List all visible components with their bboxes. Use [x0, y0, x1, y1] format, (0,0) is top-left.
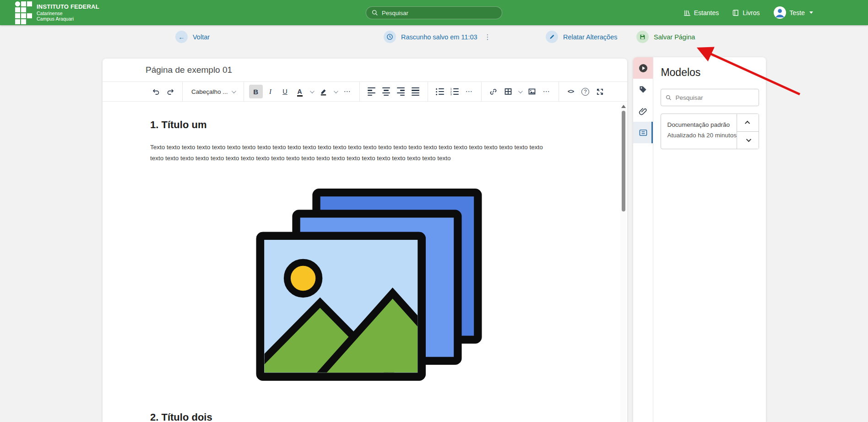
save-icon [636, 31, 649, 43]
book-icon [732, 9, 739, 16]
insert-image-icon[interactable] [525, 85, 539, 98]
toolbar-separator [359, 82, 360, 102]
template-name: Documentação padrão [667, 121, 737, 128]
template-list-item: Documentação padrão Atualizado há 20 min… [661, 114, 759, 149]
text-color-button[interactable]: A [293, 85, 307, 98]
highlight-color-dropdown[interactable] [331, 85, 340, 98]
logo-subtitle-1: Catarinense [37, 11, 99, 16]
undo-icon[interactable] [149, 85, 163, 98]
toolbar-separator [559, 82, 559, 102]
template-updated: Atualizado há 20 minutos [667, 132, 737, 139]
align-justify-icon[interactable] [409, 85, 423, 98]
scroll-up-arrow-icon[interactable] [621, 105, 626, 108]
italic-button[interactable]: I [264, 85, 277, 98]
user-menu[interactable]: Teste [774, 6, 813, 19]
sidebar-tab-media[interactable] [633, 57, 653, 79]
redo-icon[interactable] [163, 85, 177, 98]
app-header: INSTITUTO FEDERAL Catarinense Campus Ara… [0, 0, 868, 25]
chevron-down-icon [310, 89, 315, 93]
global-search [366, 6, 502, 19]
draft-options-kebab-icon[interactable]: ⋮ [483, 33, 493, 41]
source-code-icon[interactable]: <> [564, 85, 578, 98]
paperclip-icon [639, 107, 648, 116]
back-arrow-icon: ← [175, 31, 188, 43]
toolbar-separator [428, 82, 428, 102]
link-icon[interactable] [487, 85, 500, 98]
global-search-input[interactable] [382, 10, 487, 16]
table-icon[interactable] [501, 85, 515, 98]
more-list-options-icon[interactable]: ⋯ [462, 85, 476, 98]
fullscreen-icon[interactable] [593, 85, 607, 98]
chevron-down-icon [232, 89, 236, 93]
page-title-input[interactable] [146, 65, 558, 75]
template-info[interactable]: Documentação padrão Atualizado há 20 min… [661, 114, 737, 149]
nav-books[interactable]: Livros [732, 9, 760, 16]
bold-button[interactable]: B [249, 85, 263, 98]
search-icon [666, 95, 672, 101]
nav-shelves-label: Estantes [694, 9, 719, 16]
more-insert-options-icon[interactable]: ⋯ [540, 85, 553, 98]
highlight-color-button[interactable] [317, 85, 331, 98]
report-changes-button[interactable]: Relatar Alterações [546, 31, 617, 43]
logo-subtitle-2: Campus Araquari [37, 16, 99, 22]
align-right-icon[interactable] [394, 85, 408, 98]
insert-template-below-button[interactable] [737, 131, 759, 149]
page-actions-bar: ← Voltar Rascunho salvo em 11:03 ⋮ Relat… [0, 25, 868, 49]
editor-sidebar: Modelos Documentação padrão Atualizado h… [633, 57, 766, 422]
logo-title: INSTITUTO FEDERAL [37, 4, 99, 11]
templates-panel-title: Modelos [661, 66, 759, 79]
templates-search [661, 89, 759, 106]
insert-template-above-button[interactable] [737, 114, 759, 131]
numbered-list-icon[interactable]: 1 2 3 [448, 85, 461, 98]
editor-content-area[interactable]: 1. Título um Texto texto texto texto tex… [103, 103, 620, 422]
draft-status[interactable]: Rascunho salvo em 11:03 ⋮ [384, 31, 493, 43]
sidebar-tab-templates[interactable] [633, 122, 653, 143]
pencil-icon [546, 31, 558, 43]
report-changes-label: Relatar Alterações [563, 33, 617, 41]
templates-search-input[interactable] [675, 94, 744, 101]
more-text-styles-icon[interactable]: ⋯ [341, 85, 354, 98]
save-page-label: Salvar Página [654, 33, 695, 41]
sidebar-tab-tags[interactable] [633, 79, 653, 100]
save-page-button[interactable]: Salvar Página [636, 31, 695, 43]
heading-style-select[interactable]: Cabeçalho ... [188, 85, 239, 98]
underline-button[interactable]: U [278, 85, 292, 98]
instituto-federal-logo-icon [15, 1, 32, 24]
chevron-down-icon [334, 89, 338, 93]
chevron-down-icon [746, 137, 751, 142]
toolbar-separator [182, 82, 183, 102]
avatar [774, 6, 786, 19]
draft-status-label: Rascunho salvo em 11:03 [401, 33, 477, 41]
template-icon [639, 128, 648, 137]
chevron-down-icon [518, 89, 523, 93]
nav-shelves[interactable]: Estantes [684, 9, 719, 16]
templates-panel: Modelos Documentação padrão Atualizado h… [653, 57, 766, 422]
clock-icon [384, 31, 396, 43]
template-insert-buttons [737, 114, 759, 149]
nav-books-label: Livros [743, 9, 760, 16]
chevron-up-icon [744, 121, 749, 126]
content-paragraph: Texto texto texto texto texto texto text… [150, 142, 555, 163]
page-title-row [103, 59, 627, 82]
content-heading-1: 1. Título um [150, 119, 620, 131]
chevron-down-icon [809, 11, 813, 14]
app-logo[interactable]: INSTITUTO FEDERAL Catarinense Campus Ara… [15, 1, 99, 24]
table-dropdown[interactable] [516, 85, 524, 98]
scrollbar-thumb[interactable] [622, 111, 625, 211]
toolbar-separator [481, 82, 482, 102]
play-circle-icon [638, 63, 648, 73]
align-center-icon[interactable] [380, 85, 393, 98]
sidebar-tab-strip [633, 57, 653, 422]
content-stacked-pictures-image [254, 187, 487, 383]
user-name: Teste [790, 9, 805, 16]
back-button[interactable]: ← Voltar [175, 31, 210, 43]
align-left-icon[interactable] [365, 85, 379, 98]
bookshelf-icon [684, 9, 691, 16]
sidebar-tab-attachments[interactable] [633, 100, 653, 122]
tag-icon [639, 85, 647, 94]
bullet-list-icon[interactable] [433, 85, 447, 98]
help-icon[interactable]: ? [579, 85, 592, 98]
text-color-dropdown[interactable] [308, 85, 316, 98]
page-editor: Cabeçalho ... B I U A ⋯ [103, 59, 627, 422]
editor-scrollbar [620, 103, 626, 422]
